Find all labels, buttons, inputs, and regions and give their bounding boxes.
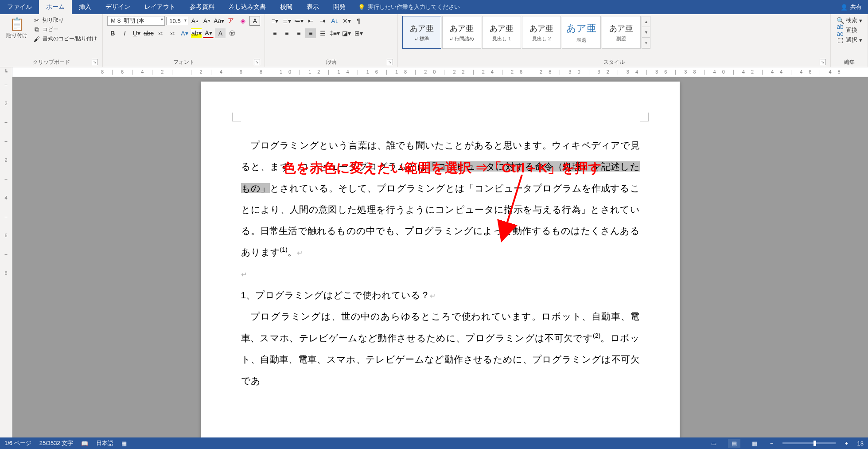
zoom-level[interactable]: 13	[857, 440, 864, 447]
clipboard-group-label: クリップボード	[33, 59, 70, 65]
bullets-button[interactable]: ≡▾	[269, 16, 280, 26]
tab-view[interactable]: 表示	[300, 0, 326, 14]
select-button[interactable]: ⬚選択 ▾	[835, 35, 863, 44]
underline-button[interactable]: U▾	[131, 28, 142, 38]
tab-references[interactable]: 参考資料	[183, 0, 222, 14]
tab-mailings[interactable]: 差し込み文書	[222, 0, 273, 14]
copy-icon: ⧉	[33, 26, 41, 33]
show-marks-button[interactable]: ¶	[353, 16, 364, 26]
group-editing: 🔍検索 ▾ abac置換 ⬚選択 ▾ 編集	[831, 14, 868, 67]
superscript-button[interactable]: x2	[167, 28, 178, 38]
style-preview: あア亜	[609, 23, 633, 34]
tab-insert[interactable]: 挿入	[72, 0, 98, 14]
document-area[interactable]: 色を赤色に変えたい範囲を選択 ⇒「Ctrl＋K」を押す プログラミングという言葉…	[12, 77, 868, 437]
enclose-circle-button[interactable]: ㊛	[227, 28, 237, 38]
status-language[interactable]: 日本語	[96, 439, 113, 447]
copy-button[interactable]: ⧉コピー	[32, 25, 98, 34]
zoom-out-button[interactable]: －	[769, 439, 775, 447]
enclose-char-button[interactable]: A	[249, 16, 260, 26]
bold-button[interactable]: B	[107, 28, 118, 38]
ruler-corner[interactable]: ┗	[0, 67, 12, 77]
para-mark-icon: ↵	[430, 292, 436, 300]
italic-button[interactable]: I	[119, 28, 130, 38]
style-preview: あア亜	[566, 22, 596, 35]
distribute-button[interactable]: ☰	[317, 28, 328, 38]
view-print-layout-button[interactable]: ▤	[728, 439, 740, 448]
view-read-mode-button[interactable]: ▭	[708, 439, 720, 448]
tab-layout[interactable]: レイアウト	[137, 0, 183, 14]
decrease-indent-button[interactable]: ⇤	[305, 16, 316, 26]
view-web-layout-button[interactable]: ▦	[748, 439, 761, 448]
share-button[interactable]: 👤 共有	[834, 0, 868, 14]
styles-more-button[interactable]: ▲▼▾	[642, 16, 650, 49]
tab-design[interactable]: デザイン	[98, 0, 137, 14]
style-item-5[interactable]: あア亜副題	[602, 16, 641, 49]
align-center-button[interactable]: ≡	[281, 28, 292, 38]
align-justify-button[interactable]: ≡	[305, 28, 316, 38]
format-painter-button[interactable]: 🖌書式のコピー/貼り付け	[32, 35, 98, 43]
clipboard-dialog-launcher[interactable]: ↘	[92, 59, 98, 65]
asian-layout-button[interactable]: ✕▾	[341, 16, 352, 26]
sort-button[interactable]: A↓	[329, 16, 340, 26]
subscript-button[interactable]: x2	[155, 28, 166, 38]
change-case-button[interactable]: Aa▾	[214, 16, 224, 26]
font-dialog-launcher[interactable]: ↘	[254, 59, 260, 65]
tab-file[interactable]: ファイル	[0, 0, 39, 14]
zoom-thumb[interactable]	[814, 441, 816, 446]
document-page[interactable]: プログラミングという言葉は、誰でも聞いたことがあると思います。ウィキペディアで見…	[201, 82, 680, 437]
clear-formatting-button[interactable]: ◈	[237, 16, 248, 26]
status-proofing-icon[interactable]: 📖	[81, 440, 88, 447]
highlight-button[interactable]: ab▾	[191, 28, 202, 38]
lightbulb-icon: 💡	[358, 4, 365, 11]
copy-label: コピー	[43, 26, 58, 33]
borders-button[interactable]: ⊞▾	[353, 28, 364, 38]
numbering-button[interactable]: ≣▾	[281, 16, 292, 26]
zoom-slider[interactable]	[782, 442, 836, 444]
ruler-vertical[interactable]: ‒2‒‒2‒4‒6‒8	[0, 77, 12, 437]
text-effects-button[interactable]: A▾	[179, 28, 190, 38]
style-item-1[interactable]: あア亜↲ 行間詰め	[442, 16, 481, 49]
cut-button[interactable]: ✂切り取り	[32, 16, 98, 24]
font-name-combo[interactable]: ＭＳ 明朝 (本	[107, 16, 165, 26]
multilevel-button[interactable]: ≔▾	[293, 16, 304, 26]
style-item-2[interactable]: あア亜見出し 1	[482, 16, 521, 49]
para-mark-icon: ↵	[297, 249, 303, 257]
paste-button[interactable]: 📋 貼り付け	[4, 16, 29, 39]
align-left-button[interactable]: ≡	[269, 28, 280, 38]
increase-indent-button[interactable]: ⇥	[317, 16, 328, 26]
replace-button[interactable]: abac置換	[835, 26, 863, 35]
tab-developer[interactable]: 開発	[326, 0, 353, 14]
editing-group-label: 編集	[844, 59, 855, 65]
style-caption: 見出し 1	[492, 35, 511, 42]
ruler-horizontal[interactable]: ┗ 8｜6｜4｜2｜ ｜2｜4｜6｜8｜10｜12｜14｜16｜18｜20｜22…	[0, 67, 868, 77]
style-item-0[interactable]: あア亜↲ 標準	[402, 16, 441, 49]
grow-font-button[interactable]: A▲	[190, 16, 200, 26]
font-size-combo[interactable]: 10.5	[166, 17, 188, 25]
workspace: ‒2‒‒2‒4‒6‒8 色を赤色に変えたい範囲を選択 ⇒「Ctrl＋K」を押す …	[0, 77, 868, 437]
phonetic-guide-button[interactable]: ア	[226, 16, 236, 26]
shrink-font-button[interactable]: A▼	[202, 16, 212, 26]
status-macro-icon[interactable]: ▦	[121, 440, 127, 447]
paragraph-dialog-launcher[interactable]: ↘	[387, 59, 393, 65]
margin-mark-tr	[640, 113, 649, 121]
styles-dialog-launcher[interactable]: ↘	[820, 59, 826, 65]
para1-text-after: とされている。そして、プログラミングとは「コンピュータプログラムを作成することに…	[241, 183, 640, 258]
strikethrough-button[interactable]: abc	[143, 28, 154, 38]
status-page[interactable]: 1/6 ページ	[4, 439, 31, 447]
font-color-button[interactable]: A▾	[203, 28, 214, 38]
zoom-in-button[interactable]: ＋	[844, 439, 849, 447]
tab-review[interactable]: 校閲	[273, 0, 300, 14]
tab-home[interactable]: ホーム	[39, 0, 72, 14]
tell-me-search[interactable]: 💡 実行したい作業を入力してください	[353, 0, 465, 14]
align-right-button[interactable]: ≡	[293, 28, 304, 38]
style-item-4[interactable]: あア亜表題	[562, 16, 601, 49]
char-shading-button[interactable]: A	[215, 28, 226, 38]
footnote-2: (2)	[593, 332, 600, 339]
style-item-3[interactable]: あア亜見出し 2	[522, 16, 561, 49]
cursor-icon: ⬚	[836, 36, 844, 43]
ruler-h-scale: 8｜6｜4｜2｜ ｜2｜4｜6｜8｜10｜12｜14｜16｜18｜20｜22｜2…	[12, 69, 868, 75]
heading-text: 1、プログラミングはどこで使われている？	[241, 290, 430, 300]
line-spacing-button[interactable]: ‡≡▾	[329, 28, 340, 38]
shading-button[interactable]: ◪▾	[341, 28, 352, 38]
status-words[interactable]: 25/3532 文字	[39, 439, 74, 447]
